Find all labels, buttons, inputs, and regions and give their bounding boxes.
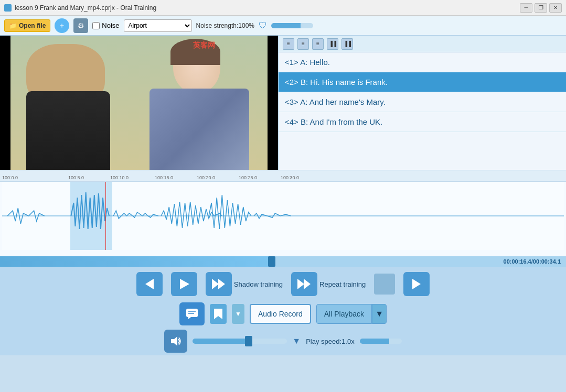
next-icon (409, 277, 424, 291)
svg-marker-13 (171, 336, 177, 346)
ruler-mark-4: 100:20.0 (197, 175, 215, 180)
male-body (149, 89, 249, 172)
close-button[interactable]: ✕ (549, 3, 562, 13)
shadow-training-icon (211, 277, 227, 291)
add-button[interactable]: ＋ (55, 18, 69, 33)
svg-marker-12 (214, 309, 222, 319)
speed-indicator: ▼ (292, 336, 301, 346)
chat-icon (186, 308, 198, 320)
restore-button[interactable]: ❐ (535, 3, 547, 13)
noise-label: Noise (102, 21, 119, 29)
play-icon (177, 277, 191, 291)
controls-row2: ▼ Audio Record All Playback ▼ (0, 302, 566, 325)
person-male (142, 39, 257, 170)
shadow-icon (206, 272, 232, 296)
ruler-mark-2: 100:10.0 (110, 175, 129, 180)
minimize-button[interactable]: ─ (520, 3, 532, 13)
video-watermark: 英客网 (193, 41, 215, 50)
speaker-button[interactable] (164, 330, 187, 353)
folder-icon: 📁 (9, 22, 17, 29)
playback-group: All Playback ▼ (316, 304, 387, 324)
noise-checkbox-area: Noise (92, 21, 119, 29)
noise-select[interactable]: Airport None Cafe Street Office (124, 19, 192, 32)
repeat-training-button[interactable]: Repeat training (291, 272, 366, 296)
subtitle-item-3[interactable]: <3> A: And her name's Mary. (279, 92, 566, 112)
prev-icon (142, 277, 157, 291)
window-title: lesson 9 Frank and Mary_mp4.cprjx - Oral… (15, 4, 156, 12)
ruler-mark-5: 100:25.0 (239, 175, 257, 180)
waveform-canvas[interactable] (2, 182, 564, 250)
svg-marker-5 (297, 279, 304, 289)
svg-marker-7 (412, 279, 421, 289)
speed-slider[interactable] (193, 339, 287, 344)
svg-marker-1 (145, 279, 154, 289)
sub-tool-btn-3[interactable]: ≡ (312, 38, 324, 50)
subtitle-item-1[interactable]: <1> A: Hello. (279, 52, 566, 72)
shadow-training-button[interactable]: Shadow training (206, 272, 283, 296)
titlebar-left: lesson 9 Frank and Mary_mp4.cprjx - Oral… (4, 4, 156, 12)
next-button[interactable] (403, 272, 430, 296)
subtitle-item-4[interactable]: <4> B: And I'm from the UK. (279, 112, 566, 132)
svg-marker-3 (212, 279, 219, 289)
bookmark-button[interactable] (210, 304, 227, 324)
svg-marker-6 (304, 279, 311, 289)
playback-dropdown[interactable]: ▼ (372, 304, 387, 324)
ruler-mark-6: 100:30.0 (281, 175, 299, 180)
controls-row3: ▼ Play speed:1.0x (0, 330, 566, 353)
open-file-button[interactable]: 📁 Open file (4, 19, 50, 32)
bookmark-dropdown[interactable]: ▼ (232, 304, 244, 324)
all-playback-button[interactable]: All Playback (316, 304, 372, 324)
repeat-label: Repeat training (319, 280, 366, 288)
play-speed-label: Play speed:1.0x (306, 337, 355, 345)
chat-button[interactable] (179, 302, 205, 325)
progress-thumb[interactable] (268, 256, 275, 267)
shield-icon: 🛡 (259, 21, 267, 30)
settings-button[interactable]: ⚙ (73, 18, 88, 33)
repeat-training-icon (296, 277, 312, 291)
repeat-icon (291, 272, 317, 296)
progress-bar-area[interactable]: 00:00:16.4/00:00:34.1 (0, 256, 566, 267)
waveform-highlight (70, 182, 112, 250)
all-playback-label: All Playback (324, 310, 364, 318)
noise-strength-label: Noise strength:100% (196, 22, 254, 29)
video-panel: 英客网 (0, 36, 278, 170)
play-speed-slider[interactable] (360, 339, 402, 344)
sub-tool-btn-2[interactable]: ≡ (297, 38, 309, 50)
audio-record-button[interactable]: Audio Record (250, 304, 311, 324)
main-content: 英客网 ≡ ≡ ≡ ▐▐ ▐▐ <1> A: Hello. <2> B: Hi.… (0, 36, 566, 392)
play-button[interactable] (171, 272, 197, 296)
svg-marker-4 (218, 279, 225, 289)
sub-tool-btn-1[interactable]: ≡ (283, 38, 294, 50)
waveform-ruler: 100:0.0 100:5.0 100:10.0 100:15.0 100:20… (0, 170, 566, 182)
person-female (16, 44, 121, 170)
app-icon (4, 4, 12, 12)
ruler-mark-1: 100:5.0 (68, 175, 84, 180)
sub-tool-btn-5[interactable]: ▐▐ (341, 38, 353, 50)
waveform-cursor (105, 182, 106, 250)
noise-strength-slider[interactable] (271, 23, 313, 28)
speaker-icon (170, 335, 181, 347)
subtitle-list: <1> A: Hello. <2> B: Hi. His name is Fra… (279, 52, 566, 170)
svg-marker-9 (188, 317, 191, 319)
subtitle-toolbar: ≡ ≡ ≡ ▐▐ ▐▐ (279, 36, 566, 52)
ruler-mark-0: 100:0.0 (2, 175, 18, 180)
controls-area: Shadow training Repeat training (0, 267, 566, 355)
noise-checkbox[interactable] (92, 22, 100, 29)
stop-button[interactable] (374, 274, 395, 295)
video-black-left (0, 36, 10, 170)
titlebar: lesson 9 Frank and Mary_mp4.cprjx - Oral… (0, 0, 566, 16)
video-black-right (268, 36, 278, 170)
titlebar-controls[interactable]: ─ ❐ ✕ (520, 3, 562, 13)
prev-button[interactable] (136, 272, 163, 296)
progress-time: 00:00:16.4/00:00:34.1 (504, 258, 561, 265)
svg-marker-2 (180, 279, 189, 289)
subtitle-panel: ≡ ≡ ≡ ▐▐ ▐▐ <1> A: Hello. <2> B: Hi. His… (278, 36, 566, 170)
toolbar: 📁 Open file ＋ ⚙ Noise Airport None Cafe … (0, 16, 566, 36)
open-file-label: Open file (19, 22, 46, 29)
subtitle-item-2[interactable]: <2> B: Hi. His name is Frank. (279, 72, 566, 92)
ruler-mark-3: 100:15.0 (155, 175, 173, 180)
video-content: 英客网 (0, 36, 278, 170)
sub-tool-btn-4[interactable]: ▐▐ (327, 38, 338, 50)
svg-rect-8 (186, 309, 198, 317)
content-row: 英客网 ≡ ≡ ≡ ▐▐ ▐▐ <1> A: Hello. <2> B: Hi.… (0, 36, 566, 170)
